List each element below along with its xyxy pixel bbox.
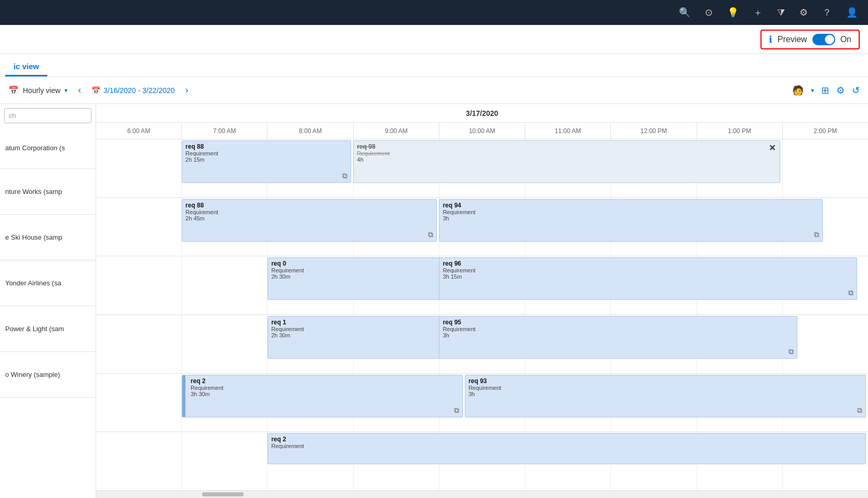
settings-icon[interactable]: ⚙ (799, 7, 808, 18)
time-9am: 9:00 AM (354, 123, 439, 139)
date-header: 3/17/2020 (96, 104, 868, 123)
req-card-title: req 2 (191, 377, 459, 385)
req-card-req95[interactable]: req 95 Requirement 3h ⧉ (439, 316, 797, 359)
sidebar-row-2: e Ski House (samp (0, 215, 96, 260)
req-card-req88a[interactable]: req 88 Requirement 2h 15m ⧉ (182, 140, 351, 183)
sidebar-row-label-3: Yonder Airlines (sa (5, 279, 61, 287)
req-card-req2b[interactable]: req 2 Requirement (268, 433, 866, 464)
req-close-button[interactable]: ✕ (769, 143, 776, 153)
preview-bar: ℹ Preview On (0, 25, 868, 54)
time-7am: 7:00 AM (182, 123, 268, 139)
req-card-title: req 95 (443, 319, 793, 326)
req-card-subtitle: Requirement (185, 209, 433, 215)
req-card-title: req 88 (185, 143, 348, 150)
req-card-title: req 93 (469, 377, 862, 385)
req-card-duration: 3h (443, 332, 793, 338)
req-card-duration: 3h (443, 215, 819, 221)
view-selector-group: 📅 Hourly view ▾ (8, 85, 68, 95)
sidebar-row-label-4: Power & Light (sam (5, 325, 64, 333)
tab-board-view[interactable]: ic view (5, 58, 47, 76)
time-10am: 10:00 AM (439, 123, 525, 139)
toggle-knob (825, 35, 834, 44)
settings-gear-icon[interactable]: ⚙ (836, 85, 845, 96)
help-icon[interactable]: ？ (822, 6, 832, 19)
req-card-duration: 2h 15m (185, 156, 348, 163)
time-header: 6:00 AM 7:00 AM 8:00 AM 9:00 AM 10:00 AM… (96, 123, 868, 139)
scrollbar-thumb[interactable] (202, 492, 244, 496)
prev-date-button[interactable]: ‹ (74, 83, 85, 98)
time-11am: 11:00 AM (525, 123, 611, 139)
preview-label: Preview (778, 35, 807, 44)
user-icon[interactable]: 👤 (846, 7, 858, 18)
req-card-duration: 2h 45m (185, 215, 433, 221)
time-6am: 6:00 AM (96, 123, 182, 139)
req-card-duration: 3h 15m (443, 273, 853, 280)
layout-grid-icon[interactable]: ⊞ (821, 85, 829, 96)
req-card-duration: 3h 30m (191, 391, 459, 397)
req-card-req2a[interactable]: req 2 Requirement 3h 30m ⧉ (182, 375, 463, 417)
sidebar-row-0: atum Corporation (s (0, 127, 96, 169)
top-navigation: 🔍 ⊙ 💡 ＋ ⧩ ⚙ ？ 👤 (0, 0, 868, 25)
calendar-icon: 📅 (91, 86, 100, 95)
preview-toggle[interactable] (812, 34, 835, 45)
search-input[interactable] (4, 108, 91, 123)
req-drag-icon: ⧉ (848, 289, 853, 297)
date-range-display: 📅 3/16/2020 - 3/22/2020 (91, 86, 175, 95)
req-card-subtitle: Requirement (443, 209, 819, 215)
sidebar-row-1: nture Works (samp (0, 169, 96, 215)
req-card-duration-strike: 4h (357, 156, 776, 163)
plus-icon[interactable]: ＋ (753, 6, 763, 19)
search-icon[interactable]: 🔍 (679, 7, 690, 18)
calendar-grid-icon: 📅 (8, 85, 19, 95)
view-dropdown-icon[interactable]: ▾ (64, 87, 68, 94)
filter-icon[interactable]: ⧩ (777, 7, 785, 18)
req-card-duration: 3h (469, 391, 862, 397)
req-card-req96[interactable]: req 96 Requirement 3h 15m ⧉ (439, 257, 857, 300)
date-range-text: 3/16/2020 - 3/22/2020 (103, 86, 175, 95)
req-card-title: req 96 (443, 260, 853, 267)
req-drag-icon: ⧉ (789, 347, 794, 356)
grid-area: req 88 Requirement 2h 15m ⧉ req 98 Requi… (96, 139, 868, 491)
next-date-button[interactable]: › (181, 83, 192, 98)
req-card-title: req 88 (185, 202, 433, 209)
req-card-subtitle: Requirement (469, 385, 862, 391)
sidebar-row-label-2: e Ski House (samp (5, 233, 62, 241)
sidebar-row-5: o Winery (sample) (0, 352, 96, 398)
req-card-subtitle-strike: Requirement (357, 150, 776, 156)
hourly-view-label: Hourly view (23, 86, 60, 95)
req-drag-icon: ⧉ (428, 230, 433, 239)
req-drag-icon: ⧉ (814, 230, 819, 239)
sidebar: atum Corporation (s nture Works (samp e … (0, 104, 96, 498)
check-circle-icon[interactable]: ⊙ (705, 7, 713, 18)
req-card-subtitle: Requirement (271, 443, 862, 449)
sidebar-row-4: Power & Light (sam (0, 306, 96, 352)
req-card-subtitle: Requirement (443, 267, 853, 273)
resource-icon[interactable]: 🧑 (792, 85, 804, 96)
preview-on-label: On (840, 35, 851, 44)
lightbulb-icon[interactable]: 💡 (727, 7, 739, 18)
req-drag-icon: ⧉ (857, 406, 862, 415)
calendar-area: 3/17/2020 6:00 AM 7:00 AM 8:00 AM 9:00 A… (96, 104, 868, 498)
resource-dropdown-icon[interactable]: ▾ (811, 87, 814, 94)
time-12pm: 12:00 PM (611, 123, 697, 139)
req-card-subtitle: Requirement (185, 150, 348, 156)
req-card-req88b[interactable]: req 88 Requirement 2h 45m ⧉ (182, 199, 437, 242)
toolbar-right: 🧑 ▾ ⊞ ⚙ ↺ (792, 85, 860, 96)
sidebar-row-label-1: nture Works (samp (5, 188, 62, 195)
toolbar: 📅 Hourly view ▾ ‹ 📅 3/16/2020 - 3/22/202… (0, 77, 868, 104)
time-1pm: 1:00 PM (697, 123, 783, 139)
req-card-title-strike: req 98 (357, 143, 776, 150)
drag-handle[interactable] (182, 375, 185, 417)
sidebar-row-label-0: atum Corporation (s (5, 144, 65, 152)
req-card-req98[interactable]: req 98 Requirement 4h ✕ (353, 140, 780, 183)
time-8am: 8:00 AM (268, 123, 353, 139)
req-card-req94[interactable]: req 94 Requirement 3h ⧉ (439, 199, 823, 242)
req-card-req93[interactable]: req 93 Requirement 3h ⧉ (465, 375, 866, 417)
req-drag-icon: ⧉ (342, 172, 348, 180)
req-card-title: req 94 (443, 202, 819, 209)
info-icon: ℹ (769, 34, 772, 45)
horizontal-scrollbar[interactable] (96, 491, 868, 498)
req-card-title: req 2 (271, 436, 862, 443)
refresh-icon[interactable]: ↺ (852, 85, 860, 96)
req-card-subtitle: Requirement (443, 326, 793, 332)
